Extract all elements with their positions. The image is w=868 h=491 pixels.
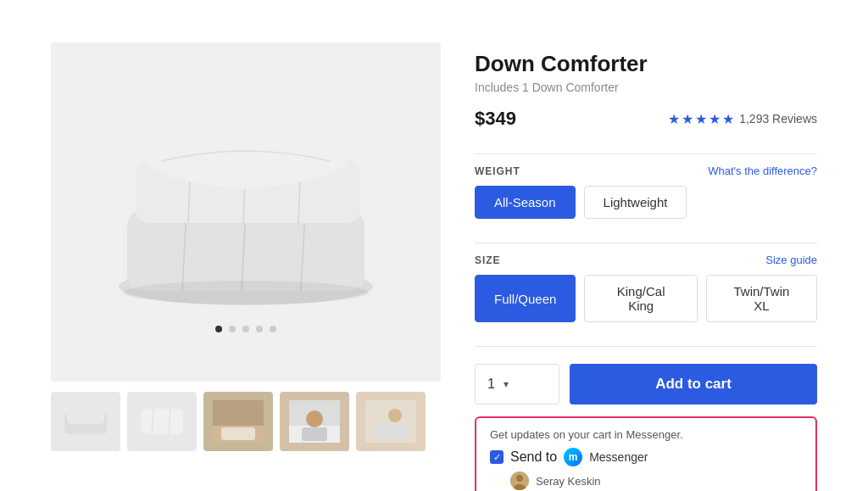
svg-rect-12 [141, 409, 183, 434]
svg-point-23 [388, 409, 402, 422]
star-1: ★ [668, 111, 680, 127]
svg-rect-11 [67, 407, 104, 424]
user-row: Seray Keskin [490, 471, 802, 490]
right-panel: Down Comforter Includes 1 Down Comforter… [475, 42, 817, 491]
thumbnail-4[interactable] [280, 392, 349, 451]
review-count: 1,293 Reviews [739, 112, 817, 126]
send-to-label: Send to [510, 449, 557, 465]
svg-point-9 [123, 281, 369, 304]
weight-btn-lightweight[interactable]: Lightweight [584, 186, 687, 219]
dot-5[interactable] [270, 326, 276, 332]
product-price: $349 [475, 108, 516, 130]
star-4: ★ [709, 111, 721, 127]
price-row: $349 ★ ★ ★ ★ ★ 1,293 Reviews [475, 108, 817, 130]
size-btn-king-cal-king[interactable]: King/Cal King [584, 275, 698, 322]
thumbnail-5[interactable] [356, 392, 426, 451]
thumbnail-1[interactable] [51, 392, 120, 451]
svg-rect-21 [302, 427, 327, 441]
add-to-cart-row: 1 ▾ Add to cart [475, 364, 817, 405]
svg-point-26 [516, 475, 523, 482]
add-to-cart-button[interactable]: Add to cart [570, 364, 817, 405]
messenger-send-row: ✓ Send to m Messenger [490, 448, 802, 466]
svg-rect-24 [374, 424, 408, 439]
chevron-down-icon: ▾ [504, 378, 509, 390]
quantity-selector[interactable]: 1 ▾ [475, 364, 559, 405]
weight-header: WEIGHT What's the difference? [475, 165, 817, 177]
divider-1 [475, 153, 817, 154]
whats-the-difference-link[interactable]: What's the difference? [708, 165, 817, 177]
star-2: ★ [682, 111, 693, 127]
messenger-app-label: Messenger [589, 450, 648, 464]
size-btn-twin[interactable]: Twin/Twin XL [706, 275, 817, 322]
weight-btn-all-season[interactable]: All-Season [475, 186, 576, 219]
left-panel [51, 42, 441, 491]
weight-options: All-Season Lightweight [475, 186, 817, 219]
size-guide-link[interactable]: Size guide [765, 254, 817, 266]
dot-3[interactable] [242, 326, 249, 332]
divider-3 [475, 346, 817, 347]
quantity-value: 1 [487, 377, 495, 392]
thumbnail-3[interactable] [203, 392, 273, 451]
user-avatar [510, 471, 529, 490]
svg-point-20 [306, 410, 323, 427]
size-options: Full/Queen King/Cal King Twin/Twin XL [475, 275, 817, 322]
star-half: ★ [722, 111, 734, 127]
size-header: SIZE Size guide [475, 254, 817, 266]
messenger-box: Get updates on your cart in Messenger. ✓… [475, 416, 817, 491]
reviews-area: ★ ★ ★ ★ ★ 1,293 Reviews [668, 111, 817, 127]
user-name: Seray Keskin [536, 475, 601, 488]
product-page: Down Comforter Includes 1 Down Comforter… [17, 17, 851, 491]
messenger-logo-icon: m [564, 448, 582, 466]
thumbnail-strip [51, 392, 441, 451]
product-image-svg [110, 92, 381, 312]
product-subtitle: Includes 1 Down Comforter [475, 81, 817, 94]
star-3: ★ [695, 111, 707, 127]
main-image [51, 42, 441, 382]
product-title: Down Comforter [475, 51, 817, 77]
star-rating: ★ ★ ★ ★ ★ [668, 111, 734, 127]
dot-2[interactable] [229, 326, 236, 332]
messenger-top-text: Get updates on your cart in Messenger. [490, 428, 802, 441]
thumbnail-2[interactable] [127, 392, 197, 451]
image-dots [215, 326, 276, 332]
weight-label: WEIGHT [475, 165, 520, 177]
divider-2 [475, 243, 817, 243]
messenger-checkbox[interactable]: ✓ [490, 450, 504, 464]
dot-4[interactable] [256, 326, 263, 332]
size-label: SIZE [475, 254, 501, 266]
size-btn-full-queen[interactable]: Full/Queen [475, 275, 576, 322]
dot-1[interactable] [215, 326, 222, 332]
svg-rect-17 [221, 427, 255, 440]
